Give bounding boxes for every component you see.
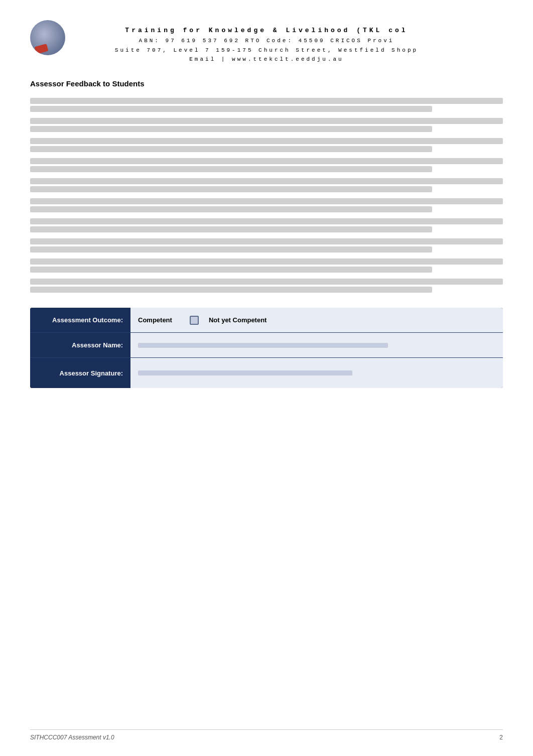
competent-label: Competent bbox=[138, 316, 172, 324]
feedback-line-group-3 bbox=[30, 138, 503, 152]
assessment-outcome-box: Assessment Outcome: Competent Not yet Co… bbox=[30, 308, 503, 388]
outcome-row: Assessment Outcome: Competent Not yet Co… bbox=[30, 308, 503, 333]
outcome-content: Competent Not yet Competent bbox=[130, 308, 503, 332]
feedback-line-group-8 bbox=[30, 238, 503, 253]
redacted-line bbox=[30, 218, 503, 224]
feedback-line-group-5 bbox=[30, 178, 503, 192]
assessor-name-row: Assessor Name: bbox=[30, 333, 503, 358]
assessor-signature-content[interactable] bbox=[130, 358, 503, 388]
footer-page-number: 2 bbox=[499, 734, 503, 741]
page-footer: SITHCCC007 Assessment v1.0 2 bbox=[30, 729, 503, 741]
redacted-line bbox=[30, 186, 432, 192]
feedback-lines bbox=[30, 98, 503, 293]
redacted-line bbox=[30, 267, 432, 273]
assessor-signature-field bbox=[138, 370, 352, 375]
logo-container bbox=[30, 20, 65, 55]
feedback-line-group-7 bbox=[30, 218, 503, 232]
page-header: Training for Knowledge & Livelihood (TKL… bbox=[30, 20, 503, 64]
redacted-line bbox=[30, 246, 432, 253]
redacted-line bbox=[30, 146, 432, 152]
page: Training for Knowledge & Livelihood (TKL… bbox=[0, 0, 533, 756]
redacted-line bbox=[30, 238, 503, 244]
assessor-name-content[interactable] bbox=[130, 333, 503, 357]
redacted-line bbox=[30, 287, 432, 293]
redacted-line bbox=[30, 198, 503, 204]
assessor-signature-row: Assessor Signature: bbox=[30, 358, 503, 388]
redacted-line bbox=[30, 166, 432, 172]
header-line4: Email | www.ttekclt.eeddju.au bbox=[115, 55, 418, 64]
redacted-line bbox=[30, 138, 503, 144]
feedback-line-group-6 bbox=[30, 198, 503, 212]
redacted-line bbox=[30, 98, 503, 104]
assessor-signature-label: Assessor Signature: bbox=[30, 358, 130, 388]
redacted-line bbox=[30, 106, 432, 112]
redacted-line bbox=[30, 259, 503, 265]
assessor-name-field bbox=[138, 343, 388, 348]
org-logo bbox=[30, 20, 65, 55]
assessor-name-label: Assessor Name: bbox=[30, 333, 130, 357]
redacted-line bbox=[30, 126, 432, 132]
feedback-line-group-2 bbox=[30, 118, 503, 132]
not-competent-label: Not yet Competent bbox=[209, 316, 267, 324]
redacted-line bbox=[30, 118, 503, 124]
redacted-line bbox=[30, 279, 503, 285]
feedback-line-group-9 bbox=[30, 259, 503, 273]
footer-left-text: SITHCCC007 Assessment v1.0 bbox=[30, 734, 114, 741]
header-text: Training for Knowledge & Livelihood (TKL… bbox=[115, 25, 418, 64]
feedback-line-group-4 bbox=[30, 158, 503, 172]
competent-checkbox[interactable] bbox=[190, 316, 199, 325]
header-line3: Suite 707, Level 7 159-175 Church Street… bbox=[115, 46, 418, 55]
competent-checkbox-group[interactable] bbox=[190, 316, 199, 325]
redacted-line bbox=[30, 158, 503, 164]
feedback-line-group-10 bbox=[30, 279, 503, 293]
redacted-line bbox=[30, 178, 503, 184]
section-title: Assessor Feedback to Students bbox=[30, 79, 503, 88]
header-line2: ABN: 97 619 537 692 RTO Code: 45509 CRIC… bbox=[115, 36, 418, 46]
outcome-label: Assessment Outcome: bbox=[30, 308, 130, 332]
redacted-line bbox=[30, 226, 432, 232]
feedback-line-group-1 bbox=[30, 98, 503, 112]
header-line1: Training for Knowledge & Livelihood (TKL… bbox=[115, 25, 418, 36]
redacted-line bbox=[30, 206, 432, 212]
